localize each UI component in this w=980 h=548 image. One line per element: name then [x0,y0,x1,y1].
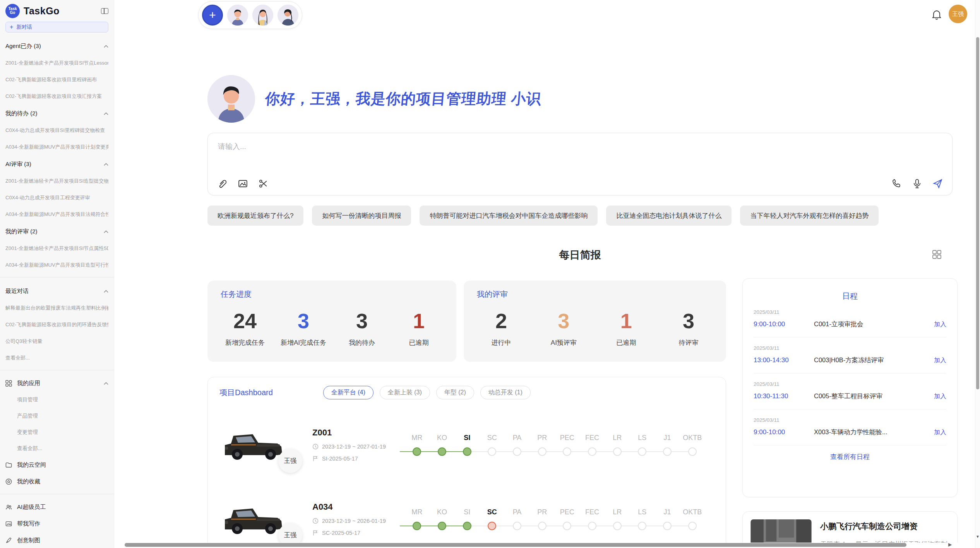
scissors-icon[interactable] [258,178,269,189]
project-row[interactable]: 王强 Z001 2023-12-19 ~ 2027-01-19 SI-2025-… [219,416,714,474]
chevron-up-icon[interactable] [104,382,108,385]
vertical-scrollbar[interactable]: ▼ [975,0,980,548]
schedule-name: X003-车辆动力学性能验... [814,428,934,437]
chevron-up-icon[interactable] [104,112,108,115]
list-item[interactable]: Z001-全新燃油轻卡产品开发项目SI造型提交物评审 [5,178,108,185]
list-item[interactable]: C02-飞腾新能源轻客改款项目里程碑画布 [5,76,108,83]
chevron-up-icon[interactable] [104,163,108,166]
chat-input[interactable] [218,142,942,151]
agent-avatar-3[interactable] [278,5,298,26]
section-ai-review[interactable]: AI评审 (3) [5,161,108,168]
send-icon[interactable] [932,178,943,189]
vertical-scrollbar-thumb[interactable] [976,37,979,389]
list-item[interactable]: A034-全新新能源MUV产品开发项目造型可行性评审 [5,262,108,269]
chevron-up-icon[interactable] [104,290,108,293]
folder-icon [5,462,12,468]
milestone-label: LS [630,508,655,516]
list-item[interactable]: 解释最新出台的欧盟报废车法规再生塑料比例被调至15%... [5,305,108,312]
notification-bell-icon[interactable] [932,9,942,20]
stat-label: AI预评审 [542,338,585,347]
list-item[interactable]: C0X4-动力总成开发项目工程变更评审 [5,194,108,201]
agent-avatar-1[interactable] [227,5,248,26]
stat-label: 进行中 [480,338,523,347]
view-all-schedule-link[interactable]: 查看所有日程 [754,452,946,461]
suggestion-chip[interactable]: 当下年轻人对汽车外观有怎样的喜好趋势 [740,206,879,226]
schedule-date: 2025/03/11 [754,309,946,315]
suggestion-chip[interactable]: 欧洲新规最近颁布了什么? [207,206,303,226]
sidebar-item-write-helper[interactable]: 帮我写作 [5,520,108,527]
app-title: TaskGo [24,5,60,17]
suggestion-chip[interactable]: 如何写一份清晰的项目周报 [312,206,411,226]
chevron-up-icon[interactable] [104,45,108,48]
join-button[interactable]: 加入 [934,428,946,437]
section-my-todo[interactable]: 我的待办 (2) [5,110,108,117]
project-owner-badge: 王强 [278,523,302,543]
milestone-dot [438,522,446,530]
join-button[interactable]: 加入 [934,392,946,401]
project-image: 王强 [219,425,286,464]
project-dates: 2023-12-19 ~ 2026-01-19 [312,518,404,524]
sidebar-item-cloud-space[interactable]: 我的云空间 [5,461,108,469]
milestone-label: MR [404,433,430,442]
suggestion-chip[interactable]: 特朗普可能对进口汽车增税会对中国车企造成哪些影响 [420,206,598,226]
tab-model-year[interactable]: 年型 (2) [436,386,474,399]
sidebar-item-change-mgmt[interactable]: 变更管理 [17,429,108,436]
stat: 3 新增AI完成任务 [281,310,326,347]
tab-all-new-platform[interactable]: 全新平台 (4) [323,386,373,399]
sidebar-item-favorites[interactable]: 我的收藏 [5,478,108,485]
layout-grid-icon[interactable] [932,250,942,259]
flag-icon [312,530,319,536]
list-item[interactable]: 公司Q3轻卡销量 [5,338,108,345]
milestone-label: SI [454,508,480,516]
news-card[interactable]: 小鹏飞行汽车制造公司增资 天眼查 App 显示，近日广州汇天飞行汽车制造有限公司… [742,511,958,543]
section-my-review[interactable]: 我的评审 (2) [5,228,108,235]
section-recent-chats[interactable]: 最近对话 [5,288,108,295]
join-button[interactable]: 加入 [934,320,946,329]
list-item[interactable]: C02-飞腾新能源轻客改款项目立项汇报方案 [5,93,108,100]
user-avatar[interactable]: 王强 [949,5,967,23]
suggestion-chips: 欧洲新规最近颁布了什么? 如何写一份清晰的项目周报 特朗普可能对进口汽车增税会对… [207,206,953,226]
greeting: 你好，王强，我是你的项目管理助理 小识 [207,75,953,123]
schedule-item: 2025/03/11 10:30-11:30 C005-整车工程目标评审 加入 [754,373,946,409]
list-item[interactable]: A034-全新新能源MUV产品开发项目计划变更类编写 [5,144,108,151]
sidebar-item-product-mgmt[interactable]: 产品管理 [17,413,108,420]
phone-icon[interactable] [891,178,902,189]
list-item[interactable]: Z001-全新燃油皮卡产品开发项目SI节点Lesson Learn报告 [5,60,108,67]
stat-value: 1 [605,310,648,332]
tab-powertrain[interactable]: 动总开发 (1) [480,386,531,399]
join-button[interactable]: 加入 [934,356,946,365]
suggestion-chip[interactable]: 比亚迪全固态电池计划具体说了什么 [606,206,732,226]
list-item[interactable]: C02-飞腾新能源轻客改款项目的闭环通告反馈情况 [5,321,108,328]
scroll-right-arrow-icon[interactable]: ▶ [948,542,952,547]
image-upload-icon[interactable] [238,178,248,189]
milestone-dot [438,447,446,456]
stat: 1 已逾期 [605,310,648,347]
agent-avatar-2[interactable] [252,5,273,26]
tab-new-body[interactable]: 全新上装 (3) [380,386,430,399]
list-item[interactable]: C0X4-动力总成开发项目SI里程碑提交物检查 [5,127,108,134]
sidebar-item-ai-staff[interactable]: AI超级员工 [5,503,108,511]
project-row[interactable]: 王强 A034 2023-12-19 ~ 2026-01-19 SC-2025-… [219,490,714,543]
milestone-dot [563,522,571,530]
sidebar-item-project-mgmt[interactable]: 项目管理 [17,396,108,403]
divider [0,370,114,370]
list-item[interactable]: Z001-全新燃油轻卡产品开发项目SI节点属性5D文件评审 [5,245,108,252]
chevron-up-icon[interactable] [104,230,108,233]
view-all-chats[interactable]: 查看全部... [5,354,108,361]
add-agent-button[interactable]: + [202,5,223,26]
new-chat-button[interactable]: + 新对话 [5,22,108,33]
section-agent-done[interactable]: Agent已办 (3) [5,43,108,50]
collapse-sidebar-icon[interactable] [101,8,108,14]
sidebar-item-my-apps[interactable]: 我的应用 [5,380,108,387]
schedule-name: C001-立项审批会 [814,320,934,329]
composer-actions [891,178,943,189]
sidebar-item-creative-draw[interactable]: 创意制图 [5,537,108,544]
attachment-icon[interactable] [217,178,228,189]
list-item[interactable]: A034-全新新能源MUV产品开发项目法规符合性评审 [5,211,108,218]
stat-value: 24 [224,310,266,332]
horizontal-scrollbar-thumb[interactable] [125,543,906,547]
microphone-icon[interactable] [912,178,922,189]
scroll-down-arrow-icon[interactable]: ▼ [976,534,980,539]
schedule-time: 9:00-10:00 [754,428,801,436]
view-all-apps[interactable]: 查看全部... [17,445,108,452]
